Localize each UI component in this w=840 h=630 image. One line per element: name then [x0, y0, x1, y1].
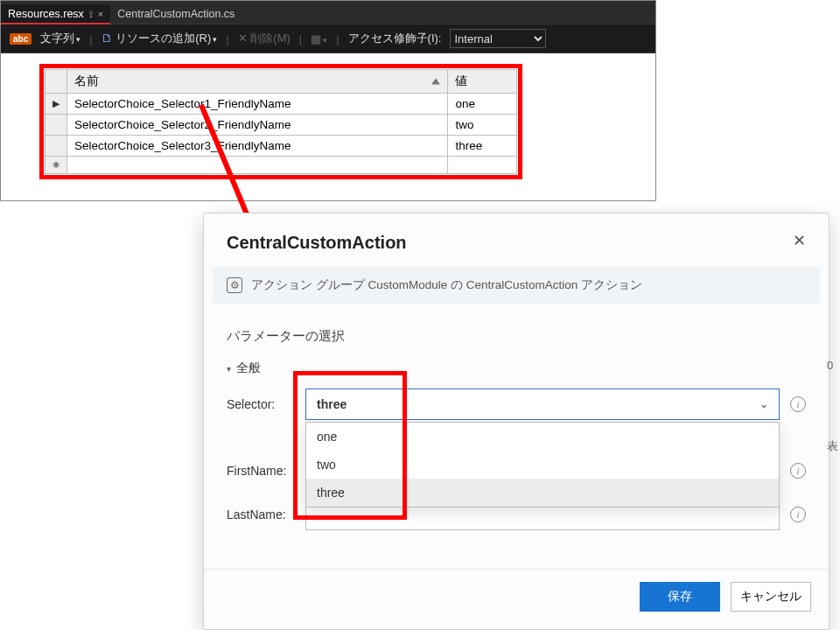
vs-editor-window: Resources.resx ⟟ × CentralCustomAction.c…	[0, 0, 656, 201]
strings-dropdown[interactable]: 文字列▾	[40, 31, 80, 46]
selector-option-two[interactable]: two	[306, 451, 779, 479]
group-general-header[interactable]: ▾ 全般	[227, 360, 806, 376]
dialog-footer: 保存 キャンセル	[204, 569, 829, 629]
vs-toolbar: abc 文字列▾ | 🗋 リソースの追加(R)▾ | ✕ 削除(M) | ▦▾ …	[1, 24, 655, 53]
selector-dropdown-menu: one two three	[305, 422, 780, 508]
access-modifier-label: アクセス修飾子(I):	[348, 31, 442, 46]
selector-dropdown[interactable]: three ⌄	[305, 388, 780, 420]
remove-button: ✕ 削除(M)	[238, 31, 290, 46]
table-row[interactable]: SelectorChoice_Selector2_FriendlyName tw…	[46, 115, 517, 136]
close-icon[interactable]: ✕	[793, 233, 806, 248]
dialog-description-banner: ⚙ アクション グループ CustomModule の CentralCusto…	[213, 267, 820, 304]
add-resource-button[interactable]: 🗋 リソースの追加(R)▾	[102, 31, 218, 46]
separator-icon: |	[336, 32, 339, 46]
vs-tab-customaction-label: CentralCustomAction.cs	[117, 8, 234, 20]
selector-field-wrap: three ⌄ one two three	[305, 388, 780, 420]
vs-tab-strip: Resources.resx ⟟ × CentralCustomAction.c…	[1, 1, 655, 24]
separator-icon: |	[89, 32, 92, 46]
sort-asc-icon	[431, 79, 440, 85]
table-row-new[interactable]: ✱	[46, 157, 517, 174]
selector-option-one[interactable]: one	[306, 423, 779, 451]
dialog-description-text: アクション グループ CustomModule の CentralCustomA…	[251, 277, 642, 293]
close-icon[interactable]: ×	[98, 9, 103, 19]
col-header-value[interactable]: 値	[448, 70, 517, 94]
access-modifier-select[interactable]: Internal	[450, 29, 546, 48]
resx-table[interactable]: 名前 値 ▶ SelectorChoice_Selector1_Friendly…	[45, 69, 517, 174]
vs-tab-resources[interactable]: Resources.resx ⟟ ×	[1, 4, 110, 24]
new-row-icon: ✱	[46, 157, 67, 174]
action-parameters-dialog: CentralCustomAction ✕ ⚙ アクション グループ Custo…	[203, 213, 830, 630]
col-header-name[interactable]: 名前	[67, 70, 448, 94]
separator-icon: |	[226, 32, 228, 46]
table-row[interactable]: SelectorChoice_Selector3_FriendlyName th…	[46, 136, 517, 157]
dialog-title: CentralCustomAction	[227, 233, 407, 253]
chevron-down-icon: ▾	[227, 364, 231, 374]
separator-icon: |	[299, 32, 302, 46]
cancel-button[interactable]: キャンセル	[731, 582, 811, 612]
pin-icon[interactable]: ⟟	[89, 9, 93, 20]
row-pointer-icon: ▶	[46, 94, 67, 115]
info-icon[interactable]: i	[790, 463, 806, 479]
info-icon[interactable]: i	[790, 507, 806, 522]
firstname-label: FirstName:	[227, 464, 295, 478]
selector-current-value: three	[317, 397, 346, 411]
parameters-section-label: パラメーターの選択	[227, 328, 806, 345]
vs-tab-resources-label: Resources.resx	[8, 8, 84, 20]
action-icon: ⚙	[227, 277, 242, 293]
row-header-blank	[46, 70, 67, 94]
selector-label: Selector:	[227, 397, 295, 411]
grid-view-button[interactable]: ▦▾	[311, 32, 327, 46]
page-margin-text: 0 表	[827, 248, 838, 454]
table-row[interactable]: ▶ SelectorChoice_Selector1_FriendlyName …	[46, 94, 517, 115]
info-icon[interactable]: i	[790, 396, 806, 412]
lastname-label: LastName:	[227, 508, 295, 522]
chevron-down-icon[interactable]: ⌄	[760, 398, 768, 410]
save-button[interactable]: 保存	[640, 582, 720, 612]
selector-option-three[interactable]: three	[306, 479, 779, 507]
vs-tab-customaction[interactable]: CentralCustomAction.cs	[110, 4, 242, 24]
strings-icon: abc	[10, 33, 32, 45]
